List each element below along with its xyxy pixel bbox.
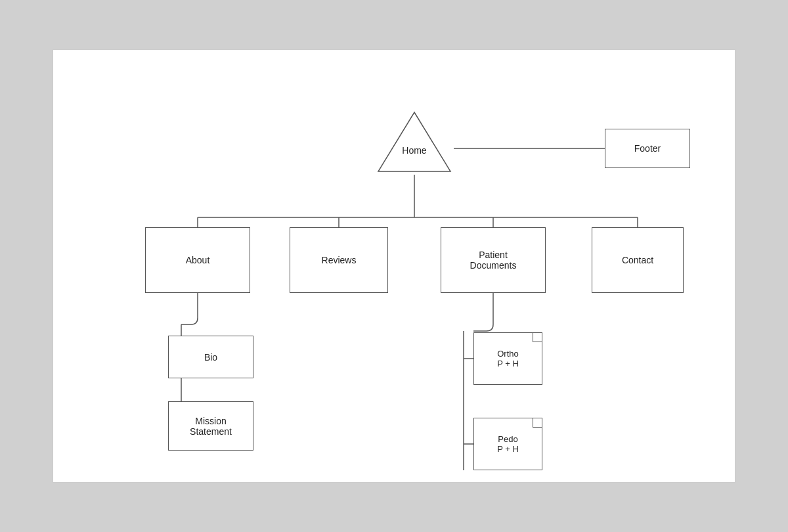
home-node[interactable]: Home (375, 109, 454, 175)
mission-statement-label: MissionStatement (190, 416, 232, 437)
reviews-label: Reviews (322, 255, 357, 265)
bio-node[interactable]: Bio (168, 336, 253, 378)
footer-label: Footer (634, 143, 661, 154)
doc-corner-pedo (533, 418, 542, 428)
home-triangle-svg (375, 109, 454, 175)
footer-node[interactable]: Footer (605, 129, 690, 168)
doc-corner-ortho (533, 333, 542, 342)
pedo-label: PedoP + H (497, 434, 519, 454)
bio-label: Bio (204, 352, 217, 363)
mission-statement-node[interactable]: MissionStatement (168, 401, 253, 451)
diagram-canvas: Home Footer About Reviews PatientDocumen… (53, 49, 735, 483)
contact-label: Contact (622, 255, 653, 265)
patient-documents-node[interactable]: PatientDocuments (441, 227, 546, 293)
svg-marker-13 (378, 112, 450, 171)
pedo-node[interactable]: PedoP + H (473, 418, 542, 470)
home-label: Home (375, 145, 454, 156)
ortho-node[interactable]: OrthoP + H (473, 332, 542, 385)
patient-documents-label: PatientDocuments (470, 250, 517, 271)
ortho-label: OrthoP + H (497, 349, 519, 368)
contact-node[interactable]: Contact (592, 227, 684, 293)
about-label: About (186, 255, 210, 265)
reviews-node[interactable]: Reviews (290, 227, 388, 293)
about-node[interactable]: About (145, 227, 250, 293)
